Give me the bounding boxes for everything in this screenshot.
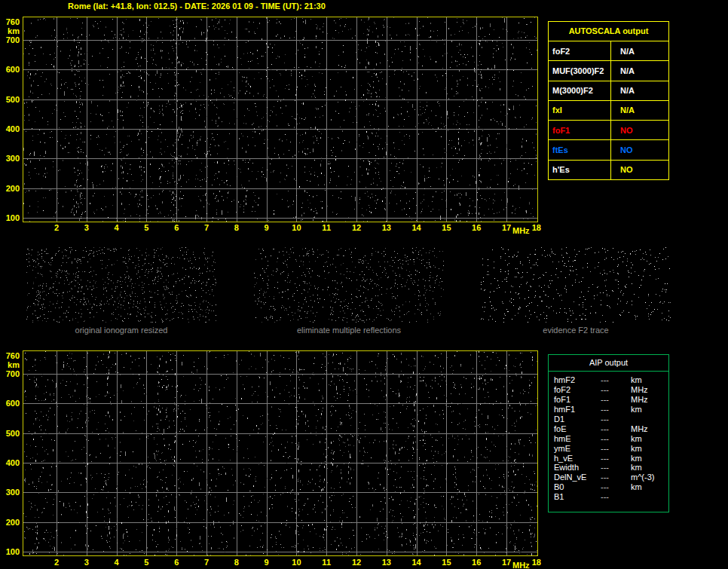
panel-reflections-canvas [254, 247, 444, 323]
autoscala-param-label: foF2 [549, 41, 611, 60]
x-tick-label: 12 [352, 558, 361, 567]
x-tick-label: 13 [382, 223, 391, 232]
aip-param-unit: km [631, 454, 668, 463]
x-tick-label: 6 [174, 558, 179, 567]
autoscala-row: h'EsNO [549, 160, 668, 179]
aip-row: foF2---MHz [554, 385, 668, 395]
autoscala-param-value: NO [611, 121, 668, 139]
aip-output-table: AIP output hmF2---kmfoF2---MHzfoF1---MHz… [548, 354, 669, 512]
x-axis-bottom: 23456789101112131415161718 [23, 558, 546, 568]
x-tick-label: 4 [115, 223, 119, 232]
autoscala-row: foF2N/A [549, 41, 668, 60]
x-tick-label: 17 [502, 558, 511, 567]
aip-param-unit: MHz [631, 395, 668, 404]
autoscala-param-value: N/A [611, 61, 668, 80]
x-tick-label: 4 [115, 558, 119, 567]
y-tick-label: 600 [0, 399, 20, 408]
x-tick-label: 3 [84, 223, 89, 232]
aip-param-unit: km [631, 463, 668, 472]
x-tick-label: 7 [204, 558, 209, 567]
station-date-title: Rome (lat: +41.8, lon: 012.5) - DATE: 20… [68, 2, 326, 11]
aip-param-name: hmE [554, 434, 601, 443]
x-axis-unit-top: MHz [512, 226, 535, 235]
y-axis-top: 760km700600500400300200100 [0, 17, 21, 222]
aip-param-unit: m^(-3) [631, 473, 668, 482]
autoscala-param-label: MUF(3000)F2 [549, 61, 611, 80]
autoscala-output-table: AUTOSCALA output foF2N/AMUF(3000)F2N/AM(… [548, 21, 669, 180]
aip-param-name: DelN_vE [554, 473, 601, 482]
autoscala-param-label: ftEs [549, 140, 611, 159]
aip-row: DelN_vE---m^(-3) [554, 473, 668, 482]
x-tick-label: 2 [54, 558, 59, 567]
aip-table-title: AIP output [549, 355, 668, 372]
aip-param-unit: km [631, 482, 668, 491]
x-tick-label: 16 [472, 223, 481, 232]
panel-f2-canvas [481, 247, 671, 323]
autoscala-row: fxIN/A [549, 100, 668, 120]
y-tick-label: 200 [0, 184, 20, 193]
y-tick-label: 600 [0, 65, 20, 74]
aip-row: hmF1---km [554, 405, 668, 415]
y-tick-label: 760 [0, 351, 20, 360]
y-tick-label: 300 [0, 154, 20, 163]
x-tick-label: 9 [265, 558, 269, 567]
x-tick-label: 15 [442, 223, 451, 232]
aip-param-value: --- [601, 405, 631, 414]
x-tick-label: 8 [234, 223, 239, 232]
ionogram-canvas-bottom [23, 351, 537, 555]
x-tick-label: 6 [174, 223, 179, 232]
x-tick-label: 15 [442, 558, 451, 567]
y-tick-label: km [0, 360, 20, 369]
aip-param-value: --- [601, 434, 631, 443]
x-tick-label: 7 [204, 223, 209, 232]
panel-original-canvas [26, 247, 216, 323]
aip-param-unit: km [631, 434, 668, 443]
aip-param-value: --- [601, 385, 631, 394]
y-tick-label: 200 [0, 518, 20, 527]
ionogram-canvas-top [23, 17, 537, 222]
autoscala-param-value: NO [611, 140, 668, 159]
x-axis-top: 23456789101112131415161718 [23, 223, 546, 234]
ionogram-plot-bottom [23, 350, 538, 556]
x-tick-label: 14 [411, 558, 421, 567]
y-tick-label: 400 [0, 124, 20, 133]
x-tick-label: 3 [84, 558, 89, 567]
aip-param-value: --- [601, 395, 631, 404]
aip-row: D1--- [554, 415, 668, 424]
autoscala-param-value: N/A [611, 41, 668, 60]
x-tick-label: 11 [322, 223, 331, 232]
aip-param-name: hmF1 [554, 405, 601, 414]
x-tick-label: 17 [502, 223, 511, 232]
aip-param-name: ymE [554, 444, 601, 453]
aip-param-value: --- [601, 473, 631, 482]
x-tick-label: 14 [411, 223, 421, 232]
aip-param-name: foF1 [554, 395, 601, 404]
aip-row: Ewidth---km [554, 463, 668, 473]
x-axis-unit-bottom: MHz [512, 561, 535, 569]
x-tick-label: 13 [382, 558, 391, 567]
autoscala-row: ftEsNO [549, 139, 668, 159]
aip-param-value: --- [601, 424, 631, 433]
y-axis-bottom: 760km700600500400300200100 [0, 350, 21, 556]
y-tick-label: 700 [0, 369, 20, 378]
panel-label-reflections: eliminate multiple reflections [254, 326, 444, 335]
x-tick-label: 5 [144, 223, 148, 232]
autoscala-table-rows: foF2N/AMUF(3000)F2N/AM(3000)F2N/AfxIN/Af… [549, 41, 668, 179]
aip-row: h_vE---km [554, 453, 668, 463]
aip-param-name: D1 [554, 415, 601, 424]
autoscala-param-value: NO [611, 161, 668, 179]
aip-param-unit: km [631, 444, 668, 453]
autoscala-param-label: fxI [549, 101, 611, 120]
aip-row: ymE---km [554, 443, 668, 453]
y-tick-label: km [0, 26, 20, 35]
aip-param-name: foE [554, 424, 601, 433]
autoscala-row: MUF(3000)F2N/A [549, 60, 668, 80]
aip-param-value: --- [601, 454, 631, 463]
x-tick-label: 10 [292, 558, 301, 567]
autoscala-row: M(3000)F2N/A [549, 81, 668, 100]
x-tick-label: 10 [292, 223, 301, 232]
aip-param-name: h_vE [554, 454, 601, 463]
aip-row: hmE---km [554, 433, 668, 443]
aip-param-name: Ewidth [554, 463, 601, 472]
aip-param-value: --- [601, 415, 631, 424]
